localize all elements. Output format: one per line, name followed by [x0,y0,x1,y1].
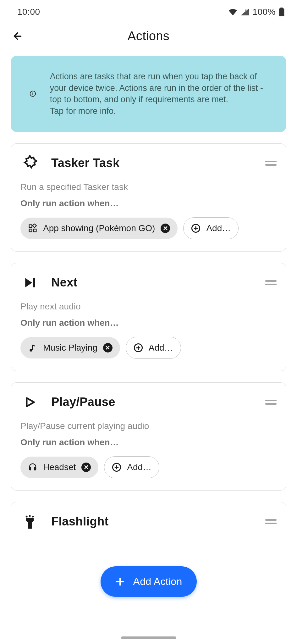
chips-row: Music Playing ✕ Add… [20,337,277,359]
add-label: Add… [206,223,231,233]
status-right: LTE 100% [228,7,284,17]
drag-handle-icon[interactable] [265,519,277,524]
info-text: Actions are tasks that are run when you … [50,71,273,117]
chip-remove-button[interactable]: ✕ [81,463,91,472]
chip-label: Headset [43,462,76,472]
add-label: Add… [127,462,151,472]
svg-rect-1 [279,8,284,16]
card-header: Flashlight [20,512,277,531]
flashlight-icon [20,512,39,531]
add-condition-button[interactable]: Add… [126,337,181,359]
chip-label: Music Playing [43,343,97,353]
add-action-fab[interactable]: Add Action [101,566,197,597]
svg-line-23 [26,516,27,517]
svg-rect-13 [33,278,35,287]
status-time: 10:00 [17,7,40,17]
plus-circle-icon [191,224,201,233]
action-card-flashlight[interactable]: Flashlight [11,502,286,535]
chips-row: Headset ✕ Add… [20,456,277,478]
svg-rect-9 [32,224,36,228]
svg-rect-8 [29,229,32,232]
card-title: Next [51,276,253,289]
add-condition-button[interactable]: Add… [183,217,239,239]
info-icon [30,85,36,103]
svg-rect-2 [280,8,283,9]
drag-handle-icon[interactable] [265,280,277,285]
info-card[interactable]: Actions are tasks that are run when you … [11,56,286,132]
card-title: Tasker Task [51,156,253,170]
music-note-icon [28,343,37,353]
card-description: Run a specified Tasker task [20,182,277,192]
card-title: Play/Pause [51,395,253,409]
condition-label: Only run action when… [20,318,277,328]
page-title: Actions [11,29,286,43]
signal-icon: LTE [240,8,249,15]
card-description: Play next audio [20,302,277,312]
wifi-icon [228,8,237,15]
skip-next-icon [20,273,39,292]
back-button[interactable] [12,31,23,42]
svg-rect-7 [34,229,36,232]
nav-bar-handle[interactable] [121,636,176,639]
chip-remove-button[interactable]: ✕ [161,224,170,233]
condition-chip-music-playing[interactable]: Music Playing ✕ [20,337,120,358]
svg-line-24 [32,516,34,517]
plus-icon [115,577,125,587]
plus-circle-icon [134,343,143,353]
condition-chip-headset[interactable]: Headset ✕ [20,457,98,478]
chips-row: App showing (Pokémon GO) ✕ Add… [20,217,277,239]
card-title: Flashlight [51,515,253,528]
add-label: Add… [149,343,173,353]
condition-chip-app-showing[interactable]: App showing (Pokémon GO) ✕ [20,218,178,239]
action-card-next[interactable]: Next Play next audio Only run action whe… [11,263,286,371]
header: Actions [0,20,297,56]
action-card-tasker[interactable]: Tasker Task Run a specified Tasker task … [11,143,286,252]
status-bar: 10:00 LTE 100% [0,0,297,20]
battery-percent: 100% [252,7,276,17]
drag-handle-icon[interactable] [265,400,277,405]
card-header: Play/Pause [20,393,277,412]
chip-remove-button[interactable]: ✕ [103,343,113,353]
fab-label: Add Action [133,576,182,587]
action-card-play-pause[interactable]: Play/Pause Play/Pause current playing au… [11,382,286,491]
svg-rect-6 [29,225,32,228]
card-description: Play/Pause current playing audio [20,421,277,431]
card-header: Tasker Task [20,154,277,173]
svg-text:LTE: LTE [245,9,249,11]
drag-handle-icon[interactable] [265,161,277,166]
svg-point-14 [30,349,32,352]
plus-circle-icon [112,463,121,472]
add-condition-button[interactable]: Add… [104,456,159,478]
tasker-icon [20,154,39,173]
widgets-icon [28,224,37,233]
condition-label: Only run action when… [20,198,277,208]
card-header: Next [20,273,277,292]
svg-point-5 [32,92,33,93]
battery-icon [279,8,284,16]
play-icon [20,393,39,412]
chip-label: App showing (Pokémon GO) [43,223,155,233]
condition-label: Only run action when… [20,437,277,447]
headset-icon [28,463,37,472]
